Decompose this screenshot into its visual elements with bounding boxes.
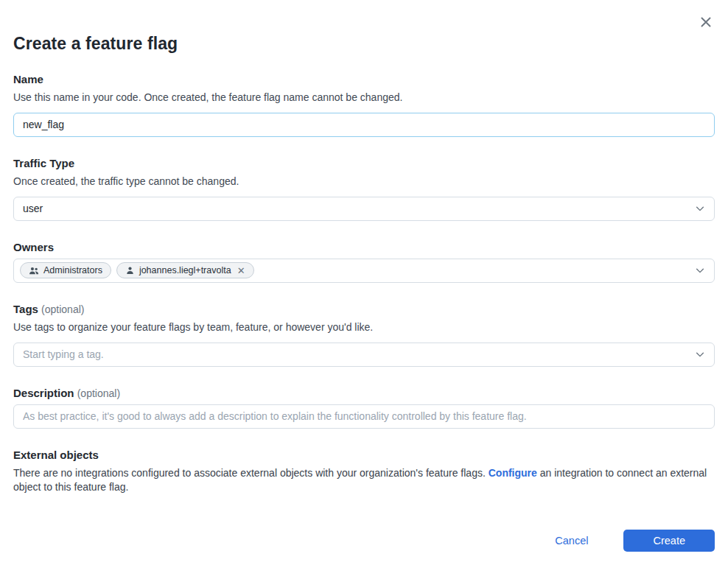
description-label: Description (optional): [13, 387, 715, 399]
owners-select[interactable]: Administrators johannes.liegl+travolta ✕: [13, 259, 715, 283]
traffic-type-helper-text: Once created, the traffic type cannot be…: [13, 175, 715, 189]
tags-label-text: Tags: [13, 303, 38, 315]
name-helper-text: Use this name in your code. Once created…: [13, 91, 715, 105]
description-optional-text: (optional): [77, 387, 120, 399]
description-label-text: Description: [13, 387, 74, 399]
group-icon: [29, 266, 39, 275]
owner-chip-administrators[interactable]: Administrators: [20, 262, 111, 278]
owners-field-group: Owners Administrators: [13, 241, 715, 283]
tags-label: Tags (optional): [13, 303, 715, 315]
external-objects-label: External objects: [13, 449, 715, 461]
owner-chip-label: johannes.liegl+travolta: [139, 265, 231, 275]
traffic-type-select[interactable]: user: [13, 197, 715, 221]
chevron-down-icon: [695, 203, 705, 214]
configure-link[interactable]: Configure: [489, 467, 537, 479]
name-input[interactable]: [13, 113, 715, 137]
tags-field-group: Tags (optional) Use tags to organize you…: [13, 303, 715, 367]
tags-helper-text: Use tags to organize your feature flags …: [13, 320, 715, 334]
page-title: Create a feature flag: [13, 34, 715, 54]
external-objects-text: There are no integrations configured to …: [13, 466, 715, 495]
traffic-type-selected-value: user: [23, 203, 43, 214]
owner-chip-user[interactable]: johannes.liegl+travolta ✕: [116, 262, 254, 278]
person-icon: [125, 266, 135, 275]
close-button[interactable]: [696, 12, 716, 32]
traffic-type-field-group: Traffic Type Once created, the traffic t…: [13, 157, 715, 221]
create-button[interactable]: Create: [623, 530, 715, 552]
external-objects-text-before: There are no integrations configured to …: [13, 467, 489, 479]
name-label: Name: [13, 73, 715, 85]
external-objects-section: External objects There are no integratio…: [13, 449, 715, 495]
owners-label: Owners: [13, 241, 715, 253]
tags-select[interactable]: Start typing a tag.: [13, 343, 715, 367]
cancel-button[interactable]: Cancel: [553, 530, 589, 551]
chevron-down-icon: [695, 265, 705, 275]
traffic-type-label: Traffic Type: [13, 157, 715, 169]
remove-owner-icon[interactable]: ✕: [237, 266, 245, 275]
tags-optional-text: (optional): [41, 303, 84, 315]
chevron-down-icon: [695, 349, 705, 359]
description-field-group: Description (optional): [13, 387, 715, 429]
tags-placeholder: Start typing a tag.: [23, 348, 104, 360]
modal-footer: Cancel Create: [13, 530, 715, 562]
description-input[interactable]: [13, 404, 715, 429]
name-field-group: Name Use this name in your code. Once cr…: [13, 73, 715, 137]
close-icon: [699, 15, 713, 29]
owner-chip-label: Administrators: [43, 265, 102, 275]
create-feature-flag-modal: Create a feature flag Name Use this name…: [0, 0, 728, 562]
